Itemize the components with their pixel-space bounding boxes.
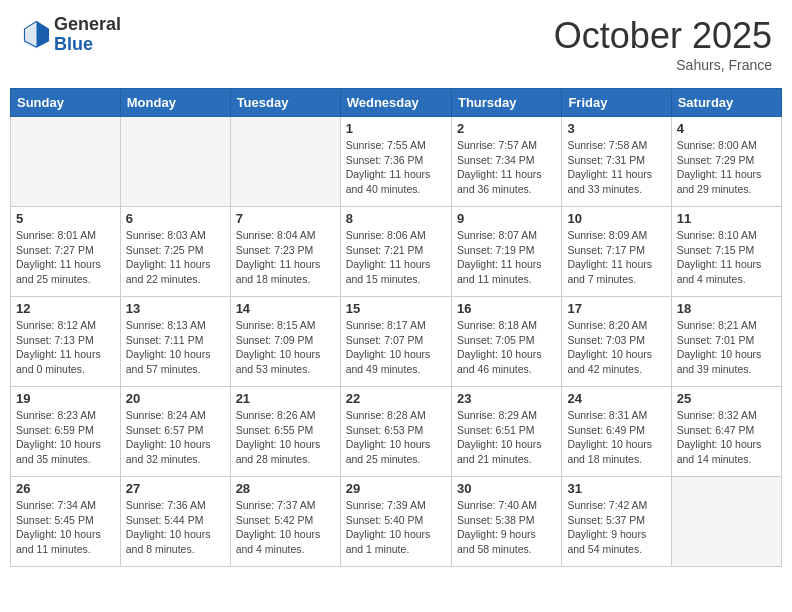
week-row-3: 12Sunrise: 8:12 AM Sunset: 7:13 PM Dayli… [11, 297, 782, 387]
day-header-saturday: Saturday [671, 89, 781, 117]
calendar-cell: 24Sunrise: 8:31 AM Sunset: 6:49 PM Dayli… [562, 387, 671, 477]
day-number: 29 [346, 481, 446, 496]
calendar-cell: 1Sunrise: 7:55 AM Sunset: 7:36 PM Daylig… [340, 117, 451, 207]
calendar-cell: 18Sunrise: 8:21 AM Sunset: 7:01 PM Dayli… [671, 297, 781, 387]
day-number: 17 [567, 301, 665, 316]
day-info: Sunrise: 8:00 AM Sunset: 7:29 PM Dayligh… [677, 138, 776, 197]
day-number: 22 [346, 391, 446, 406]
calendar-cell: 17Sunrise: 8:20 AM Sunset: 7:03 PM Dayli… [562, 297, 671, 387]
day-number: 7 [236, 211, 335, 226]
day-number: 26 [16, 481, 115, 496]
day-number: 3 [567, 121, 665, 136]
day-number: 25 [677, 391, 776, 406]
logo-icon [20, 20, 50, 50]
calendar-cell: 25Sunrise: 8:32 AM Sunset: 6:47 PM Dayli… [671, 387, 781, 477]
calendar-cell: 2Sunrise: 7:57 AM Sunset: 7:34 PM Daylig… [451, 117, 561, 207]
calendar-cell: 7Sunrise: 8:04 AM Sunset: 7:23 PM Daylig… [230, 207, 340, 297]
day-info: Sunrise: 7:40 AM Sunset: 5:38 PM Dayligh… [457, 498, 556, 557]
calendar-cell: 10Sunrise: 8:09 AM Sunset: 7:17 PM Dayli… [562, 207, 671, 297]
week-row-2: 5Sunrise: 8:01 AM Sunset: 7:27 PM Daylig… [11, 207, 782, 297]
day-number: 4 [677, 121, 776, 136]
calendar-cell: 15Sunrise: 8:17 AM Sunset: 7:07 PM Dayli… [340, 297, 451, 387]
day-info: Sunrise: 8:31 AM Sunset: 6:49 PM Dayligh… [567, 408, 665, 467]
day-info: Sunrise: 8:18 AM Sunset: 7:05 PM Dayligh… [457, 318, 556, 377]
logo-blue: Blue [54, 35, 121, 55]
day-info: Sunrise: 8:10 AM Sunset: 7:15 PM Dayligh… [677, 228, 776, 287]
day-info: Sunrise: 8:01 AM Sunset: 7:27 PM Dayligh… [16, 228, 115, 287]
day-header-thursday: Thursday [451, 89, 561, 117]
day-number: 16 [457, 301, 556, 316]
week-row-5: 26Sunrise: 7:34 AM Sunset: 5:45 PM Dayli… [11, 477, 782, 567]
calendar-cell: 22Sunrise: 8:28 AM Sunset: 6:53 PM Dayli… [340, 387, 451, 477]
location-subtitle: Sahurs, France [554, 57, 772, 73]
calendar-cell: 5Sunrise: 8:01 AM Sunset: 7:27 PM Daylig… [11, 207, 121, 297]
calendar-cell [230, 117, 340, 207]
day-header-sunday: Sunday [11, 89, 121, 117]
title-block: October 2025 Sahurs, France [554, 15, 772, 73]
calendar-cell [11, 117, 121, 207]
logo-general: General [54, 15, 121, 35]
calendar-cell: 4Sunrise: 8:00 AM Sunset: 7:29 PM Daylig… [671, 117, 781, 207]
day-number: 31 [567, 481, 665, 496]
calendar-cell: 30Sunrise: 7:40 AM Sunset: 5:38 PM Dayli… [451, 477, 561, 567]
day-number: 9 [457, 211, 556, 226]
day-number: 15 [346, 301, 446, 316]
calendar-cell: 29Sunrise: 7:39 AM Sunset: 5:40 PM Dayli… [340, 477, 451, 567]
calendar-cell: 16Sunrise: 8:18 AM Sunset: 7:05 PM Dayli… [451, 297, 561, 387]
logo: General Blue [20, 15, 121, 55]
day-info: Sunrise: 8:07 AM Sunset: 7:19 PM Dayligh… [457, 228, 556, 287]
day-info: Sunrise: 8:06 AM Sunset: 7:21 PM Dayligh… [346, 228, 446, 287]
day-number: 10 [567, 211, 665, 226]
day-info: Sunrise: 7:39 AM Sunset: 5:40 PM Dayligh… [346, 498, 446, 557]
day-number: 6 [126, 211, 225, 226]
day-header-tuesday: Tuesday [230, 89, 340, 117]
day-number: 23 [457, 391, 556, 406]
day-info: Sunrise: 8:04 AM Sunset: 7:23 PM Dayligh… [236, 228, 335, 287]
calendar-cell: 20Sunrise: 8:24 AM Sunset: 6:57 PM Dayli… [120, 387, 230, 477]
calendar-table: SundayMondayTuesdayWednesdayThursdayFrid… [10, 88, 782, 567]
day-number: 12 [16, 301, 115, 316]
calendar-cell: 21Sunrise: 8:26 AM Sunset: 6:55 PM Dayli… [230, 387, 340, 477]
day-number: 20 [126, 391, 225, 406]
day-info: Sunrise: 8:12 AM Sunset: 7:13 PM Dayligh… [16, 318, 115, 377]
day-info: Sunrise: 7:34 AM Sunset: 5:45 PM Dayligh… [16, 498, 115, 557]
day-number: 24 [567, 391, 665, 406]
calendar-cell: 27Sunrise: 7:36 AM Sunset: 5:44 PM Dayli… [120, 477, 230, 567]
day-number: 11 [677, 211, 776, 226]
calendar-cell: 9Sunrise: 8:07 AM Sunset: 7:19 PM Daylig… [451, 207, 561, 297]
week-row-4: 19Sunrise: 8:23 AM Sunset: 6:59 PM Dayli… [11, 387, 782, 477]
day-info: Sunrise: 8:20 AM Sunset: 7:03 PM Dayligh… [567, 318, 665, 377]
day-info: Sunrise: 8:21 AM Sunset: 7:01 PM Dayligh… [677, 318, 776, 377]
day-info: Sunrise: 7:42 AM Sunset: 5:37 PM Dayligh… [567, 498, 665, 557]
week-row-1: 1Sunrise: 7:55 AM Sunset: 7:36 PM Daylig… [11, 117, 782, 207]
day-info: Sunrise: 8:32 AM Sunset: 6:47 PM Dayligh… [677, 408, 776, 467]
day-number: 21 [236, 391, 335, 406]
calendar-cell: 6Sunrise: 8:03 AM Sunset: 7:25 PM Daylig… [120, 207, 230, 297]
calendar-cell: 28Sunrise: 7:37 AM Sunset: 5:42 PM Dayli… [230, 477, 340, 567]
day-number: 13 [126, 301, 225, 316]
day-info: Sunrise: 7:57 AM Sunset: 7:34 PM Dayligh… [457, 138, 556, 197]
day-info: Sunrise: 7:37 AM Sunset: 5:42 PM Dayligh… [236, 498, 335, 557]
calendar-header-row: SundayMondayTuesdayWednesdayThursdayFrid… [11, 89, 782, 117]
day-info: Sunrise: 8:26 AM Sunset: 6:55 PM Dayligh… [236, 408, 335, 467]
day-header-friday: Friday [562, 89, 671, 117]
page-header: General Blue October 2025 Sahurs, France [10, 10, 782, 78]
day-info: Sunrise: 7:58 AM Sunset: 7:31 PM Dayligh… [567, 138, 665, 197]
day-info: Sunrise: 8:03 AM Sunset: 7:25 PM Dayligh… [126, 228, 225, 287]
day-info: Sunrise: 7:36 AM Sunset: 5:44 PM Dayligh… [126, 498, 225, 557]
day-info: Sunrise: 8:24 AM Sunset: 6:57 PM Dayligh… [126, 408, 225, 467]
day-number: 18 [677, 301, 776, 316]
day-header-wednesday: Wednesday [340, 89, 451, 117]
calendar-cell: 19Sunrise: 8:23 AM Sunset: 6:59 PM Dayli… [11, 387, 121, 477]
day-info: Sunrise: 8:15 AM Sunset: 7:09 PM Dayligh… [236, 318, 335, 377]
day-info: Sunrise: 8:23 AM Sunset: 6:59 PM Dayligh… [16, 408, 115, 467]
day-info: Sunrise: 7:55 AM Sunset: 7:36 PM Dayligh… [346, 138, 446, 197]
day-number: 19 [16, 391, 115, 406]
month-title: October 2025 [554, 15, 772, 57]
day-info: Sunrise: 8:28 AM Sunset: 6:53 PM Dayligh… [346, 408, 446, 467]
calendar-cell: 11Sunrise: 8:10 AM Sunset: 7:15 PM Dayli… [671, 207, 781, 297]
calendar-cell: 23Sunrise: 8:29 AM Sunset: 6:51 PM Dayli… [451, 387, 561, 477]
day-number: 28 [236, 481, 335, 496]
day-info: Sunrise: 8:13 AM Sunset: 7:11 PM Dayligh… [126, 318, 225, 377]
day-number: 5 [16, 211, 115, 226]
